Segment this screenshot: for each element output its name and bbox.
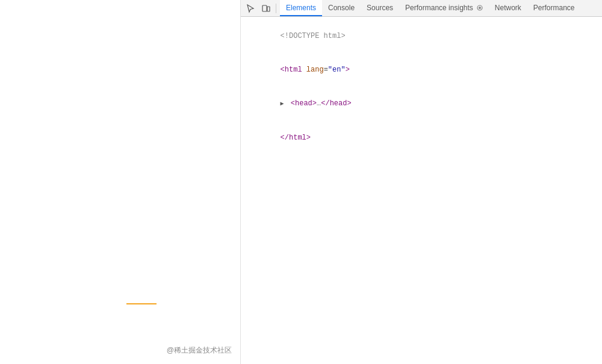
- tab-performance[interactable]: Performance: [527, 0, 581, 16]
- browser-viewport: @稀土掘金技术社区: [0, 0, 241, 364]
- tab-separator: [276, 4, 276, 13]
- inspect-element-button[interactable]: [243, 1, 258, 16]
- doctype-line[interactable]: <!DOCTYPE html>: [241, 19, 602, 53]
- cursor-icon: [246, 4, 255, 13]
- html-tag-bracket-open: <: [281, 66, 285, 74]
- html-tag-bracket-close: >: [346, 66, 350, 74]
- html-tag-name: html: [285, 66, 302, 74]
- devtools-panel: Elements Console Sources Performance ins…: [241, 0, 602, 364]
- svg-point-3: [479, 7, 481, 9]
- yellow-line: [126, 303, 157, 304]
- elements-content[interactable]: <!DOCTYPE html> <html lang="en"> ▶ <head…: [241, 17, 602, 364]
- head-line[interactable]: ▶ <head>…</head>: [241, 87, 602, 121]
- html-close-tag-name: html: [289, 134, 306, 142]
- html-attr-space: [302, 66, 306, 74]
- record-icon: [477, 5, 483, 11]
- watermark: @稀土掘金技术社区: [167, 345, 232, 356]
- tabs-container: Elements Console Sources Performance ins…: [280, 0, 581, 16]
- tab-bar: Elements Console Sources Performance ins…: [241, 0, 602, 17]
- html-attr-lang-name: lang: [306, 66, 324, 74]
- main-layout: @稀土掘金技术社区: [0, 0, 602, 364]
- tab-network[interactable]: Network: [489, 0, 527, 16]
- html-attr-lang-value: "en": [328, 66, 346, 74]
- html-open-line[interactable]: <html lang="en">: [241, 53, 602, 87]
- html-close-open-bracket: </: [281, 134, 289, 142]
- doctype-text: <!DOCTYPE html>: [281, 32, 346, 40]
- html-close-bracket: >: [306, 134, 311, 142]
- head-triangle[interactable]: ▶: [281, 99, 287, 110]
- tab-elements[interactable]: Elements: [280, 0, 322, 16]
- svg-rect-1: [267, 7, 270, 11]
- html-close-line[interactable]: </html>: [241, 121, 602, 155]
- head-open-bracket: <: [291, 99, 295, 108]
- device-icon: [261, 4, 271, 13]
- tab-icons: [241, 1, 280, 16]
- tab-sources[interactable]: Sources: [361, 0, 399, 16]
- tab-performance-insights[interactable]: Performance insights: [399, 0, 489, 16]
- head-close-bracket: >: [312, 99, 317, 108]
- device-toggle-button[interactable]: [259, 1, 273, 16]
- svg-rect-0: [262, 5, 267, 11]
- head-tag-name: head: [295, 99, 312, 108]
- tab-console[interactable]: Console: [322, 0, 361, 16]
